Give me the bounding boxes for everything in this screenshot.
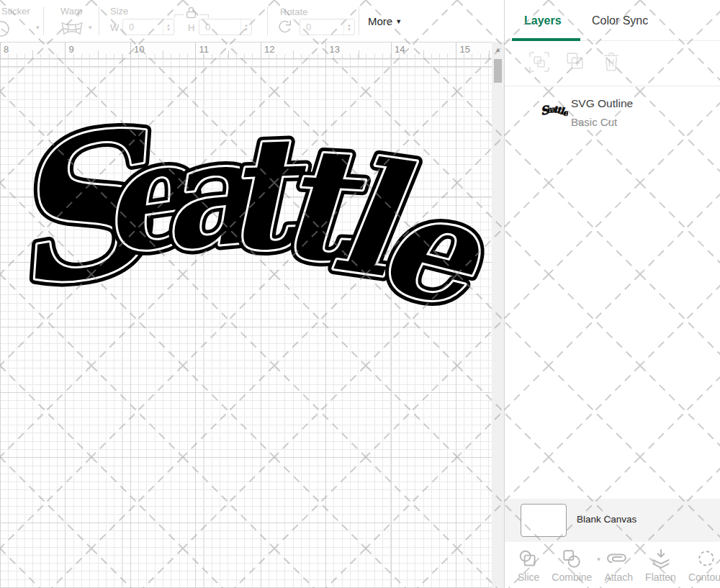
action-label: Flatten [645,571,676,583]
rotate-stepper[interactable]: ▲▼ [343,19,354,35]
toolbar-divider [43,6,44,35]
layer-row-svg-outline[interactable]: SSeeaattttllee SVG Outline Basic Cut [505,86,720,144]
chevron-down-icon: ▼ [395,18,402,25]
blank-canvas-thumbnail [521,504,567,537]
ruler-number: 12 [264,44,274,55]
layer-action-bar: Slice▼CombineAttachFlattenContour [505,542,720,588]
active-tab-underline [512,38,580,41]
height-stepper[interactable]: ▲▼ [240,19,251,35]
chevron-down-icon[interactable]: ▼ [595,556,601,563]
ruler-number: 8 [4,44,9,55]
rotate-icon[interactable] [276,19,293,38]
action-attach-button[interactable]: Attach [604,548,633,583]
toolbar-divider [99,6,99,35]
lock-connector [174,14,184,18]
tab-color-sync[interactable]: Color Sync [592,14,648,27]
tab-layers[interactable]: Layers [524,14,562,27]
contour-icon [696,548,717,571]
width-input[interactable]: 0 ▲▼ [122,19,174,35]
warp-caret-icon[interactable]: ▾ [89,24,92,31]
height-label: H [188,22,194,33]
blank-canvas-label: Blank Canvas [577,514,636,525]
ruler-number: 9 [69,44,74,55]
slice-icon [518,548,539,571]
flatten-icon [650,548,672,571]
more-button[interactable]: More▼ [368,15,402,27]
cricut-design-space: Sticker ▾ Warp ▾ Size W 0 ▲▼ H [0,0,720,588]
scrollbar-thumb[interactable] [494,59,502,83]
warp-icon[interactable] [59,21,85,40]
combine-icon [561,548,582,571]
warp-label: Warp [60,6,83,17]
ruler-number: 13 [330,44,340,55]
delete-layer-icon[interactable] [601,51,621,75]
edit-toolbar: Sticker ▾ Warp ▾ Size W 0 ▲▼ H [0,0,504,42]
action-flatten-button[interactable]: Flatten [645,548,676,583]
panel-tabs: Layers Color Sync [505,0,720,41]
width-stepper[interactable]: ▲▼ [163,19,174,35]
toolbar-divider [359,6,359,35]
layer-thumbnail: SSeeaattttllee [541,102,568,119]
rotate-label: Rotate [280,6,307,17]
attach-icon [607,548,630,571]
duplicate-layer-icon[interactable] [565,51,586,75]
layer-cut-type: Basic Cut [571,116,617,128]
layer-tools-row [505,43,720,86]
canvas-vertical-scrollbar[interactable]: ▲ [492,42,504,588]
design-canvas[interactable]: SSeeaattttllee [0,59,492,588]
sticker-caret-icon[interactable]: ▾ [36,24,40,31]
ruler-number: 14 [395,44,405,55]
rotate-input[interactable]: 0 ▲▼ [300,19,355,35]
action-contour-button[interactable]: Contour [688,548,720,583]
action-label: Combine [552,571,592,583]
sticker-icon[interactable] [0,19,12,42]
action-label: Attach [604,571,633,583]
toolbar-divider [267,6,268,35]
width-label: W [110,22,119,33]
size-label: Size [110,6,128,17]
action-label: Contour [688,571,720,583]
lock-icon[interactable] [186,6,197,22]
ruler-number: 15 [460,44,470,55]
scroll-up-icon[interactable]: ▲ [492,46,504,53]
ruler-number: 10 [134,44,144,55]
action-label: Slice [518,571,539,583]
seattle-logo[interactable]: SSeeaattttllee [0,59,492,588]
layers-panel: Layers Color Sync S [504,0,720,588]
action-combine-button[interactable]: ▼Combine [552,548,592,583]
lock-connector [199,14,209,18]
layer-title: SVG Outline [571,97,633,110]
canvas-layer-row[interactable]: Blank Canvas [505,499,720,542]
action-slice-button[interactable]: Slice [518,548,539,583]
ruler-number: 11 [199,44,210,55]
horizontal-ruler: 89101112131415 [0,42,492,59]
group-layers-icon[interactable] [528,51,550,76]
height-input[interactable]: 0 ▲▼ [199,19,252,35]
sticker-label: Sticker [1,6,30,17]
